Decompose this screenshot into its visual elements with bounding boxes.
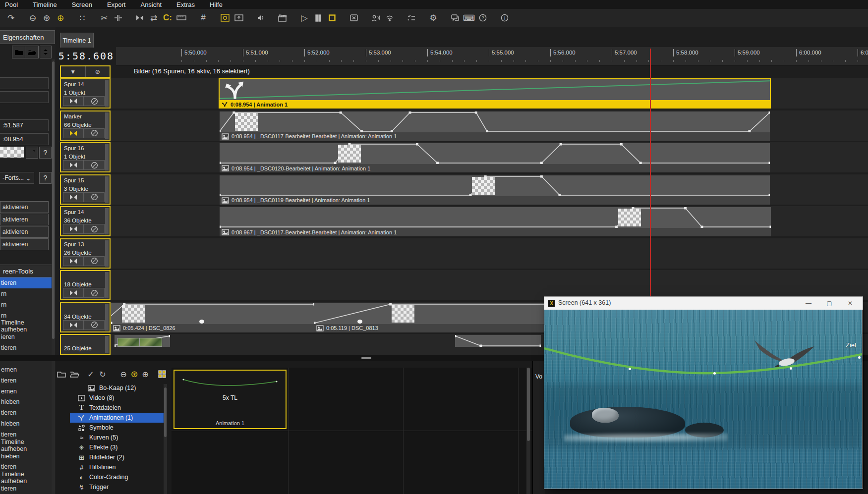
pool-category-video[interactable]: Video (8) (77, 393, 115, 403)
tool-list-item[interactable]: tieren (0, 277, 52, 288)
keyboard-icon[interactable]: ⌨ (463, 12, 475, 24)
transparent-thumbnail[interactable] (618, 209, 641, 226)
minimize-icon[interactable]: — (804, 299, 813, 308)
tool-list-item[interactable]: Timeline aufheben (0, 321, 52, 331)
menu-hilfe[interactable]: Hilfe (210, 1, 223, 8)
property-field-empty-1[interactable] (0, 77, 49, 89)
speaker-person-icon[interactable] (370, 12, 382, 24)
image-clip[interactable]: 0:08.967 | _DSC0117-Bearbeitet-Bearbeite… (220, 207, 771, 235)
eyedropper-icon[interactable] (26, 147, 38, 159)
window-menu-button[interactable]: X (548, 300, 555, 307)
aktivieren-button[interactable]: aktivieren (0, 214, 49, 225)
animation-clip[interactable]: 0:08.954 | Animation 1 (220, 79, 770, 108)
remove-circle-icon[interactable]: ⊖ (118, 369, 129, 380)
folder-closed-icon[interactable] (12, 46, 26, 58)
tool-list-item[interactable]: tieren (0, 407, 52, 418)
track-disable-icon[interactable] (84, 288, 105, 298)
loop-icon[interactable]: C: (162, 12, 174, 24)
swap-icon[interactable]: ⇄ (148, 12, 160, 24)
path-handle[interactable] (629, 368, 631, 370)
refresh-icon[interactable]: ↻ (97, 369, 108, 380)
track-marker-icon[interactable] (63, 160, 84, 170)
tool-list-item[interactable]: hieben (0, 396, 52, 407)
menu-timeline[interactable]: Timeline (33, 1, 57, 8)
tool-list-item[interactable]: ieren (0, 331, 52, 342)
pool-category-bildfelder[interactable]: ⊞Bildfelder (2) (77, 452, 124, 462)
transparent-thumbnail[interactable] (122, 305, 145, 323)
folder-closed-icon[interactable] (56, 369, 67, 380)
stop-icon[interactable] (326, 12, 338, 24)
pool-category-textdateien[interactable]: TTextdateien (77, 403, 121, 413)
color-swatch[interactable] (0, 147, 24, 158)
track-disable-icon[interactable] (84, 256, 105, 266)
preview-icon[interactable] (219, 12, 231, 24)
track-content[interactable]: 0:08.954 | _DSC0120-Bearbeitet | Animati… (111, 142, 868, 172)
pool-category-bo-kaap[interactable]: Bo-Kaap (12) (87, 383, 136, 393)
path-handle[interactable] (790, 367, 792, 370)
splitter-handle[interactable] (361, 357, 371, 359)
image-clip[interactable]: 0:08.954 | _DSC0120-Bearbeitet | Animati… (220, 143, 770, 171)
image-clip[interactable]: 0:08.954 | _DSC0119-Bearbeitet | Animati… (220, 175, 770, 204)
track-header[interactable]: Spur 1326 Objekte (60, 238, 111, 269)
screen-preview-window[interactable]: X Screen (641 x 361) — ▢ ✕ Ziel (544, 297, 863, 489)
help-button[interactable]: ? (39, 172, 52, 184)
transparent-thumbnail[interactable] (472, 177, 495, 195)
tool-list-item[interactable]: ernen (0, 364, 52, 375)
tool-list-item[interactable]: hieben (0, 451, 52, 462)
menu-export[interactable]: Export (107, 1, 126, 8)
grid-scrollbar[interactable] (526, 368, 530, 494)
track-header[interactable]: Spur 1436 Objekte (60, 206, 111, 236)
photo-thumbnail[interactable] (139, 338, 162, 347)
cut-icon[interactable]: ✂ (98, 12, 110, 24)
pool-category-trigger[interactable]: ↯Trigger (77, 482, 109, 492)
image-clip[interactable] (455, 335, 541, 354)
favorites-icon[interactable]: ⊛ (41, 12, 53, 24)
track-content[interactable] (111, 270, 868, 300)
wifi-icon[interactable] (384, 12, 396, 24)
timeline-ruler[interactable]: 5:50.0005:51.0005:52.0005:53.0005:54.000… (116, 47, 868, 66)
transparent-thumbnail[interactable] (392, 305, 414, 323)
track-marker-icon[interactable] (63, 288, 84, 298)
animation-thumbnail-tile[interactable]: 5x TL Animation 1 (174, 370, 287, 429)
check-icon[interactable]: ✓ (85, 369, 96, 380)
track-header[interactable]: 18 Objekte (60, 270, 111, 300)
crossfade-icon[interactable] (134, 12, 146, 24)
track-header[interactable]: 25 Objekte (60, 334, 111, 355)
track-header[interactable]: 34 Objekte (60, 302, 111, 332)
split-icon[interactable] (112, 12, 124, 24)
pool-category-color-grading[interactable]: ◐Color-Grading (77, 472, 128, 482)
aktivieren-button[interactable]: aktivieren (0, 238, 49, 250)
output-icon[interactable] (233, 12, 245, 24)
pause-icon[interactable] (312, 12, 324, 24)
track-content[interactable]: 0:08.954 | _DSC0119-Bearbeitet | Animati… (111, 174, 868, 205)
image-clip[interactable] (115, 335, 170, 354)
track-disable-icon[interactable] (84, 128, 105, 138)
tool-list-item[interactable]: rn (0, 288, 52, 299)
close-icon[interactable]: ✕ (846, 299, 855, 308)
snap-icon[interactable]: ∷ (76, 12, 88, 24)
track-disable-icon[interactable] (84, 192, 105, 202)
parameter-handle[interactable] (199, 320, 204, 324)
pool-category-hilfslinien[interactable]: #Hilfslinien (77, 462, 116, 472)
image-clip[interactable]: 0:05.424 | DSC_0826 (111, 303, 314, 331)
track-content[interactable]: 0:08.954 | _DSC0117-Bearbeitet-Bearbeite… (111, 110, 868, 141)
track-disable-icon[interactable] (84, 160, 105, 170)
zoom-out-icon[interactable]: ⊖ (27, 12, 39, 24)
image-clip[interactable]: 0:05.119 | DSC_0813 (314, 303, 560, 331)
property-field-empty-2[interactable] (0, 91, 49, 103)
help-icon[interactable]: ? (477, 12, 489, 24)
group-collapse-box[interactable]: ▼ ⊘ (60, 65, 111, 78)
track-disable-icon[interactable] (84, 224, 105, 234)
record-icon[interactable] (277, 12, 289, 24)
tool-list-item[interactable]: tieren (0, 342, 52, 353)
track-disable-icon[interactable] (84, 96, 105, 106)
track-marker-icon[interactable] (63, 96, 84, 106)
track-header[interactable]: Spur 161 Objekt (60, 142, 111, 172)
audio-icon[interactable] (255, 12, 267, 24)
photo-thumbnail[interactable] (117, 338, 140, 347)
tool-list-item[interactable]: Timeline aufheben (0, 472, 52, 483)
pool-category-kurven[interactable]: ≈Kurven (5) (77, 433, 118, 442)
folder-open-icon[interactable] (25, 46, 39, 58)
track-header[interactable]: Marker66 Objekte (60, 110, 111, 141)
redo-icon[interactable]: ↷ (5, 12, 17, 24)
